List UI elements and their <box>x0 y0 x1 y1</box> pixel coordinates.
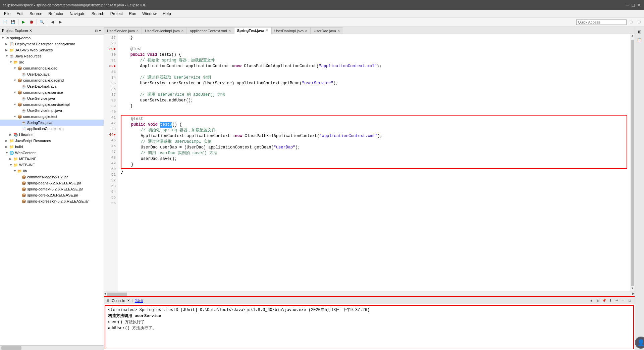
scroll-up-button[interactable]: ▲ <box>630 34 635 39</box>
package-icon: 📦 <box>17 78 22 83</box>
tab-userserviceimpl[interactable]: UserServiceImpl.java ✕ <box>142 27 187 34</box>
console-tab-junit[interactable]: JUnit <box>135 299 143 303</box>
tree-item-userservice[interactable]: ▶ ☕ UserService.java <box>0 95 104 101</box>
tree-item-expression-jar[interactable]: ▶ 📦 spring-expression-5.2.6.RELEASE.jar <box>0 198 104 204</box>
right-panel-btn-2[interactable]: 📋 <box>636 36 643 44</box>
console-scroll-btn[interactable]: ⬇ <box>607 298 613 304</box>
quick-access-input[interactable]: Quick Access <box>576 19 627 25</box>
tab-userserviceimpl-close[interactable]: ✕ <box>181 29 184 33</box>
tab-userservice[interactable]: UserService.java ✕ <box>104 27 142 34</box>
code-line-52 <box>121 180 627 186</box>
tree-item-dao-pkg[interactable]: ▼ 📦 com.manongajie.dao <box>0 65 104 71</box>
console-stop-btn[interactable]: ■ <box>588 298 594 304</box>
tree-item-jaxws[interactable]: ▶ 📁 JAX-WS Web Services <box>0 47 104 53</box>
editor-hscrollbar[interactable]: ◀ ▶ <box>104 292 635 296</box>
console-area: 🖥 Console ✕ | JUnit ■ 🗑 📌 ⬇ ↵ – □ <termi… <box>104 296 635 350</box>
menu-navigate[interactable]: Navigate <box>67 11 88 17</box>
console-output-3: addUser() 方法执行了。 <box>108 326 156 331</box>
menu-refactor[interactable]: Refactor <box>46 11 66 17</box>
tree-item-libraries[interactable]: ▶ 📚 Libraries <box>0 132 104 138</box>
menu-source[interactable]: Source <box>27 11 45 17</box>
console-minimize-btn[interactable]: – <box>620 298 626 304</box>
menu-file[interactable]: File <box>1 11 13 17</box>
back-button[interactable]: ◀ <box>49 18 56 26</box>
tree-item-java-resources[interactable]: ▼ ☕ Java Resources <box>0 53 104 59</box>
save-button[interactable]: 💾 <box>9 18 17 26</box>
hscroll-left-button[interactable]: ◀ <box>104 292 106 296</box>
console-maximize-btn[interactable]: □ <box>627 298 633 304</box>
close-button[interactable]: ✕ <box>637 2 641 8</box>
user-avatar[interactable]: 👤 <box>635 337 644 349</box>
scroll-thumb[interactable] <box>631 40 634 286</box>
tree-item-webcontent[interactable]: ▼ 🌐 WebContent <box>0 150 104 156</box>
code-line-50: } <box>121 169 627 175</box>
minimize-button[interactable]: ─ <box>626 2 629 8</box>
window-controls[interactable]: ─ □ ✕ <box>626 2 641 8</box>
menu-help[interactable]: Help <box>160 11 174 17</box>
tree-item-web-inf[interactable]: ▼ 📁 WEB-INF <box>0 162 104 168</box>
new-button[interactable]: 📄 <box>1 18 9 26</box>
hscroll-thumb[interactable] <box>107 293 127 296</box>
tree-item-serviceimpl-pkg[interactable]: ▼ 📦 com.manongajie.serviceimpl <box>0 101 104 107</box>
project-icon: 🗂 <box>5 36 9 40</box>
tab-userdao-close[interactable]: ✕ <box>337 29 340 33</box>
views-button[interactable]: ⊟ <box>635 18 643 26</box>
right-panel-btn-1[interactable]: ⊞ <box>636 28 643 36</box>
tree-item-deployment[interactable]: ▶ 📋 Deployment Descriptor: spring-demo <box>0 41 104 47</box>
forward-button[interactable]: ▶ <box>57 18 64 26</box>
sidebar-menu-btn[interactable]: ▼ <box>98 29 102 33</box>
tree-item-meta-inf[interactable]: ▶ 📁 META-INF <box>0 156 104 162</box>
scroll-down-button[interactable]: ▼ <box>630 287 635 292</box>
jaxws-icon: 📁 <box>9 48 14 52</box>
debug-button[interactable]: 🐞 <box>28 18 35 26</box>
hscroll-right-button[interactable]: ▶ <box>632 292 635 296</box>
package-icon: 📦 <box>17 115 22 119</box>
tab-userdaoimpl-close[interactable]: ✕ <box>305 29 308 33</box>
tree-item-js-resources[interactable]: ▶ 📁 JavaScript Resources <box>0 138 104 144</box>
tree-item-appcontext-xml[interactable]: ▶ 📄 applicationContext.xml <box>0 126 104 132</box>
console-wordwrap-btn[interactable]: ↵ <box>614 298 620 304</box>
tree-item-context-jar[interactable]: ▶ 📦 spring-context-5.2.6.RELEASE.jar <box>0 186 104 192</box>
tab-userdao[interactable]: UserDao.java ✕ <box>311 27 343 34</box>
run-button[interactable]: ▶ <box>20 18 27 26</box>
tree-item-src[interactable]: ▼ 📂 src <box>0 59 104 65</box>
tree-item-commons-jar[interactable]: ▶ 📦 commons-logging-1.2.jar <box>0 174 104 180</box>
menu-window[interactable]: Window <box>140 11 159 17</box>
tab-springtest-close[interactable]: ✕ <box>266 29 268 32</box>
editor-tabs: UserService.java ✕ UserServiceImpl.java … <box>104 27 635 34</box>
tree-item-core-jar[interactable]: ▶ 📦 spring-core-5.2.6.RELEASE.jar <box>0 192 104 198</box>
tree-item-userdaoimpl[interactable]: ▶ ☕ UserDaoImpl.java <box>0 83 104 89</box>
tree-item-daoimpl-pkg[interactable]: ▼ 📦 com.manongajie.daoimpl <box>0 77 104 83</box>
code-content[interactable]: } @Test public void test2() { // 初始化 spr… <box>118 34 630 292</box>
maximize-button[interactable]: □ <box>632 2 635 8</box>
console-pin-btn[interactable]: 📌 <box>601 298 607 304</box>
tree-item-test-pkg[interactable]: ▼ 📦 com.manongajie.test <box>0 114 104 120</box>
code-line-46: UserDao userDao = (UserDao) applicationC… <box>121 145 627 150</box>
tree-item-beans-jar[interactable]: ▶ 📦 spring-beans-5.2.6.RELEASE.jar <box>0 180 104 186</box>
menu-edit[interactable]: Edit <box>14 11 26 17</box>
menu-search[interactable]: Search <box>89 11 107 17</box>
sidebar-hscroll-thumb[interactable] <box>1 346 21 350</box>
sidebar-collapse-btn[interactable]: ⊟ <box>95 29 98 33</box>
tab-appcontext-close[interactable]: ✕ <box>228 29 231 33</box>
tree-item-lib[interactable]: ▼ 📂 lib <box>0 168 104 174</box>
tab-userdaoimpl[interactable]: UserDaoImpl.java ✕ <box>271 27 311 34</box>
menu-project[interactable]: Project <box>108 11 125 17</box>
tree-item-service-pkg[interactable]: ▼ 📦 com.manongajie.service <box>0 89 104 95</box>
editor-scrollbar[interactable]: ▲ ▼ <box>630 34 635 292</box>
code-line-53 <box>121 186 627 192</box>
tree-item-spring-demo[interactable]: ▼ 🗂 spring-demo <box>0 35 104 41</box>
console-clear-btn[interactable]: 🗑 <box>595 298 601 304</box>
tree-item-userdao[interactable]: ▶ ☕ UserDao.java <box>0 71 104 77</box>
tab-springtest[interactable]: SpringTest.java ✕ <box>234 27 271 34</box>
tree-item-springtest[interactable]: ▶ ☕ SpringTest.java <box>0 120 104 126</box>
tree-item-userserviceimpl[interactable]: ▶ ☕ UserServiceImpl.java <box>0 107 104 114</box>
search-button[interactable]: 🔍 <box>38 18 46 26</box>
console-tab-label[interactable]: Console <box>112 299 125 303</box>
menu-run[interactable]: Run <box>126 11 139 17</box>
perspective-button[interactable]: ⊞ <box>627 18 635 26</box>
console-tab-close[interactable]: ✕ <box>127 299 130 302</box>
tab-appcontext[interactable]: applicationContext.xml ✕ <box>187 27 234 34</box>
tab-userservice-close[interactable]: ✕ <box>136 29 139 33</box>
tree-item-build[interactable]: ▶ 📁 build <box>0 144 104 150</box>
